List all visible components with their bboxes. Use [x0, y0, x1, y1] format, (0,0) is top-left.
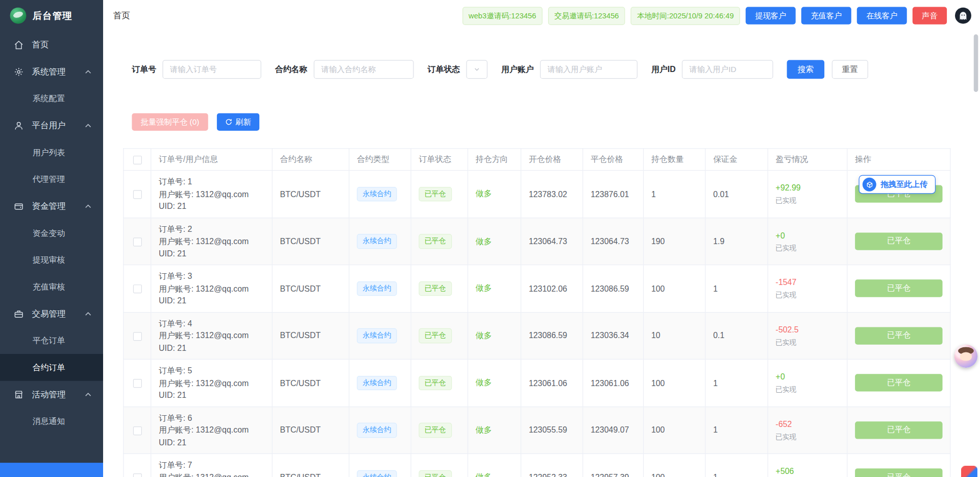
closed-action-button[interactable]: 已平仓 [855, 421, 942, 439]
pnl-value: +506 [776, 466, 840, 477]
user-account-filter-label: 用户账户 [501, 64, 534, 75]
col-actions: 操作 [847, 149, 950, 171]
sound-button[interactable]: 声音 [913, 7, 947, 24]
sidebar-group-system[interactable]: 系统管理 [0, 58, 103, 85]
closed-action-button[interactable]: 已平仓 [855, 280, 942, 297]
recharge-clients-button[interactable]: 充值客户 [801, 7, 851, 24]
refresh-button[interactable]: 刷新 [217, 113, 259, 131]
position-quantity: 190 [644, 218, 705, 265]
upload-dropzone-tooltip[interactable]: 拖拽至此上传 [859, 175, 936, 194]
pnl-value: -652 [776, 419, 840, 430]
reset-button[interactable]: 重置 [832, 60, 868, 79]
user-account: 用户账号: 1312@qq.com [159, 188, 264, 200]
row-checkbox[interactable] [133, 237, 141, 246]
open-price: 123061.06 [521, 359, 583, 406]
order-status-select[interactable] [466, 60, 487, 79]
upload-cloud-icon [863, 178, 876, 192]
user-avatar[interactable] [955, 8, 971, 24]
batch-force-close-button[interactable]: 批量强制平仓 (0) [132, 113, 208, 131]
web3-invite-code-badge: web3邀请码:123456 [462, 7, 543, 25]
margin: 1 [705, 359, 768, 406]
row-checkbox[interactable] [133, 190, 141, 199]
open-price: 123086.59 [521, 312, 583, 359]
sidebar-group-label: 系统管理 [32, 66, 65, 77]
contract-type-tag: 永续合约 [357, 281, 397, 296]
col-open-price: 开仓价格 [521, 149, 583, 171]
trade-invite-code-badge: 交易邀请码:123456 [548, 7, 625, 25]
pnl-realized-note: 已实现 [776, 243, 840, 252]
search-button[interactable]: 搜索 [787, 60, 824, 79]
sidebar-group-activities[interactable]: 活动管理 [0, 381, 103, 408]
sidebar-item-home[interactable]: 首页 [0, 31, 103, 58]
margin: 1 [705, 407, 768, 454]
contract-name: BTC/USDT [272, 359, 349, 406]
sidebar-group-label: 平台用户 [32, 120, 65, 131]
sidebar-group-funds[interactable]: 资金管理 [0, 193, 103, 220]
user-uid: UID: 21 [159, 200, 264, 212]
sidebar-item-fund-changes[interactable]: 资金变动 [0, 220, 103, 247]
margin: 0.01 [705, 171, 768, 218]
sidebar-item-message-notify[interactable]: 消息通知 [0, 408, 103, 435]
user-id-filter-label: 用户ID [651, 64, 676, 75]
user-account-input[interactable] [540, 60, 638, 79]
order-no: 订单号: 1 [159, 176, 264, 188]
col-direction: 持仓方向 [468, 149, 521, 171]
sidebar-item-system-config[interactable]: 系统配置 [0, 85, 103, 112]
breadcrumb[interactable]: 首页 [113, 10, 130, 21]
margin: 1.9 [705, 218, 768, 265]
sidebar-item-closed-orders[interactable]: 平仓订单 [0, 327, 103, 354]
order-no-input[interactable] [162, 60, 261, 79]
row-checkbox[interactable] [133, 379, 141, 388]
chevron-up-icon [83, 121, 93, 131]
table-row: 订单号: 4用户账号: 1312@qq.comUID: 21 BTC/USDT … [124, 312, 950, 359]
select-all-checkbox[interactable] [133, 156, 141, 164]
row-checkbox[interactable] [133, 284, 141, 293]
app-logo-icon [10, 8, 27, 24]
contract-name-input[interactable] [314, 60, 414, 79]
table-toolbar: 批量强制平仓 (0) 刷新 [132, 113, 980, 131]
closed-action-button[interactable]: 已平仓 [855, 327, 942, 344]
sidebar-item-recharge-review[interactable]: 充值审核 [0, 273, 103, 300]
pnl-realized-note: 已实现 [776, 432, 840, 441]
open-price: 122952.33 [521, 454, 583, 477]
user-account: 用户账号: 1312@qq.com [159, 282, 264, 295]
pnl-value: -1547 [776, 277, 840, 289]
vertical-scrollbar-thumb[interactable] [974, 34, 978, 92]
briefcase-icon [14, 308, 24, 319]
orders-table: 订单号/用户信息 合约名称 合约类型 订单状态 持仓方向 开仓价格 平仓价格 持… [123, 148, 950, 477]
contract-type-tag: 永续合约 [357, 375, 397, 390]
row-checkbox[interactable] [133, 332, 141, 341]
pnl-value: +0 [776, 372, 840, 383]
sidebar-item-contract-orders[interactable]: 合约订单 [0, 354, 103, 381]
sidebar-item-withdraw-review[interactable]: 提现审核 [0, 246, 103, 273]
online-clients-button[interactable]: 在线客户 [857, 7, 907, 24]
sidebar: 后台管理 首页 系统管理 系统配置 平台用户 用户列表 代理管理 [0, 0, 103, 477]
closed-action-button[interactable]: 已平仓 [855, 232, 942, 250]
sidebar-group-trading[interactable]: 交易管理 [0, 300, 103, 327]
position-quantity: 100 [644, 359, 705, 406]
shop-icon [14, 389, 24, 399]
closed-action-button[interactable]: 已平仓 [855, 374, 942, 392]
col-pnl: 盈亏情况 [768, 149, 847, 171]
chevron-up-icon [83, 389, 93, 399]
sidebar-group-platform-users[interactable]: 平台用户 [0, 112, 103, 139]
closed-action-button[interactable]: 已平仓 [855, 468, 942, 477]
contract-name: BTC/USDT [272, 218, 349, 265]
col-margin: 保证金 [705, 149, 768, 171]
corner-widget-icon[interactable] [961, 466, 977, 477]
sidebar-item-user-list[interactable]: 用户列表 [0, 139, 103, 166]
position-direction: 做多 [476, 189, 492, 198]
user-uid: UID: 21 [159, 342, 264, 354]
user-id-input[interactable] [682, 60, 773, 79]
position-quantity: 1 [644, 171, 705, 218]
contract-name: BTC/USDT [272, 312, 349, 359]
floating-assistant-avatar[interactable] [954, 345, 977, 368]
pnl-realized-note: 已实现 [776, 338, 840, 347]
filter-bar: 订单号 合约名称 订单状态 用户账户 用 [132, 60, 980, 79]
open-price: 123055.59 [521, 407, 583, 454]
row-checkbox[interactable] [133, 426, 141, 435]
sidebar-item-agent-mgmt[interactable]: 代理管理 [0, 165, 103, 193]
order-no: 订单号: 4 [159, 317, 264, 329]
withdraw-clients-button[interactable]: 提现客户 [746, 7, 796, 24]
row-checkbox[interactable] [133, 473, 141, 477]
